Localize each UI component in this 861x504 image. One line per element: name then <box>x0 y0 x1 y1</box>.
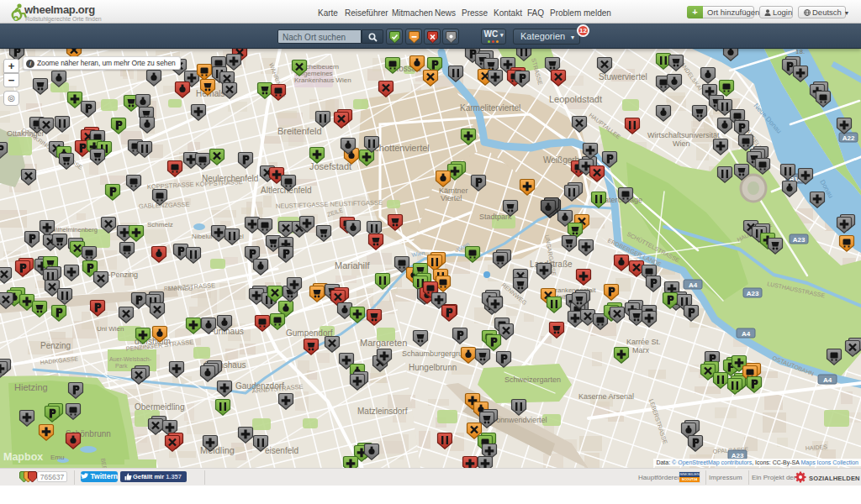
svg-text:Josefstadt: Josefstadt <box>309 161 351 171</box>
svg-text:Karmeliterviertel: Karmeliterviertel <box>460 103 520 113</box>
svg-text:onnwendviertel: onnwendviertel <box>496 416 547 424</box>
svg-text:A23: A23 <box>747 290 759 297</box>
svg-text:Matzleinsdorf: Matzleinsdorf <box>357 407 408 416</box>
svg-text:Schmelz: Schmelz <box>147 221 173 228</box>
svg-text:Auer-Welsbach-: Auer-Welsbach- <box>109 356 152 362</box>
svg-text:Obermeidling: Obermeidling <box>135 402 184 412</box>
svg-text:Wilhelminenberg: Wilhelminenberg <box>50 226 98 234</box>
svg-text:+: + <box>14 16 18 22</box>
svg-text:Wirtschaftsuniversität: Wirtschaftsuniversität <box>647 131 720 139</box>
svg-text:A4: A4 <box>823 376 832 384</box>
svg-text:Mariahilf: Mariahilf <box>335 260 371 270</box>
svg-text:Hietzing: Hietzing <box>14 382 48 392</box>
svg-text:18.: 18. <box>795 49 805 55</box>
svg-text:A4: A4 <box>742 330 751 338</box>
svg-text:A22: A22 <box>843 134 855 142</box>
svg-text:Marx: Marx <box>632 346 649 354</box>
svg-text:Stuwerviertel: Stuwerviertel <box>599 72 647 81</box>
svg-text:A23: A23 <box>793 236 806 244</box>
svg-text:Schaumburgergru: Schaumburgergru <box>402 349 462 358</box>
svg-text:RENNWEG: RENNWEG <box>164 286 193 291</box>
svg-text:Penzing: Penzing <box>40 341 71 350</box>
svg-text:Breitenfeld: Breitenfeld <box>277 126 322 136</box>
svg-text:Karrée St.: Karrée St. <box>626 338 661 346</box>
svg-text:A4: A4 <box>689 281 698 289</box>
svg-text:Leopoldstadt: Leopoldstadt <box>549 94 602 104</box>
svg-text:Krankenhaus Wien: Krankenhaus Wien <box>294 76 351 84</box>
svg-text:Margareten: Margareten <box>360 338 407 348</box>
svg-text:Wien: Wien <box>673 139 690 148</box>
svg-text:eisenfeld: eisenfeld <box>265 446 298 455</box>
svg-text:Emu: Emu <box>50 454 64 461</box>
svg-text:Hungelbrunn: Hungelbrunn <box>409 363 457 372</box>
svg-text:Kaserne Arsenal: Kaserne Arsenal <box>578 392 634 401</box>
svg-text:Viertel: Viertel <box>441 194 462 202</box>
svg-text:Uni Wien: Uni Wien <box>97 325 124 333</box>
svg-text:Schweizergarten: Schweizergarten <box>504 375 561 384</box>
svg-text:Park: Park <box>115 363 128 369</box>
